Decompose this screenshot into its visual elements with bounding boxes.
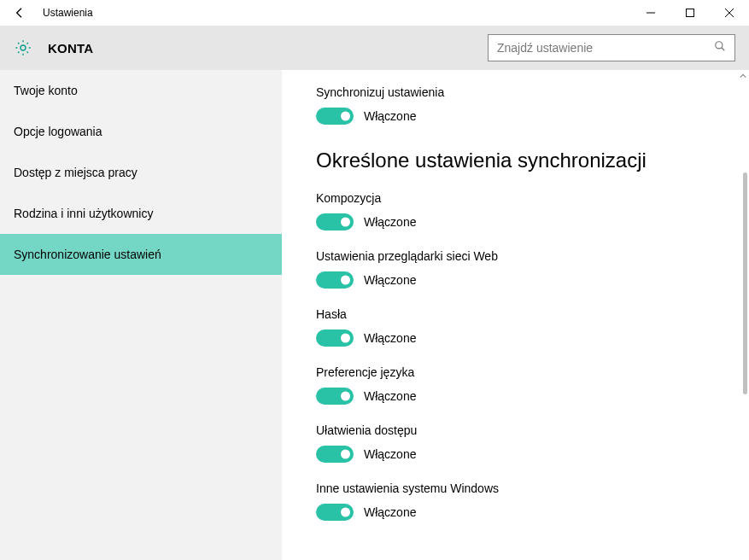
toggle-state-label: Włączone [364,331,416,345]
sidebar-item-label: Rodzina i inni użytkownicy [14,207,153,220]
setting-language: Preferencje języka Włączone [316,365,715,405]
toggle-state-label: Włączone [364,109,416,123]
sidebar-item-label: Opcje logowania [14,125,102,138]
toggle-language[interactable] [316,388,354,405]
back-button[interactable] [0,0,39,26]
gear-icon [14,38,32,57]
sidebar-item-your-account[interactable]: Twoje konto [0,70,282,111]
setting-sync-master: Synchronizuj ustawienia Włączone [316,85,715,125]
setting-label: Hasła [316,307,715,321]
scroll-up-arrow[interactable] [737,70,749,82]
toggle-state-label: Włączone [364,215,416,229]
titlebar: Ustawienia [0,0,749,26]
sidebar-item-work-access[interactable]: Dostęp z miejsca pracy [0,152,282,193]
maximize-button[interactable] [670,0,710,26]
svg-point-5 [716,42,723,49]
group-heading: Określone ustawienia synchronizacji [316,149,715,172]
sidebar-item-signin-options[interactable]: Opcje logowania [0,111,282,152]
setting-accessibility: Ułatwienia dostępu Włączone [316,423,715,463]
toggle-other-windows[interactable] [316,504,354,521]
search-box[interactable] [488,34,735,61]
setting-theme: Kompozycja Włączone [316,191,715,230]
setting-other-windows: Inne ustawienia systemu Windows Włączone [316,481,715,521]
sidebar: Twoje konto Opcje logowania Dostęp z mie… [0,70,282,560]
header: KONTA [0,26,749,70]
toggle-theme[interactable] [316,213,354,230]
svg-point-4 [20,45,26,50]
toggle-browser[interactable] [316,271,354,289]
close-button[interactable] [710,0,749,26]
setting-browser: Ustawienia przeglądarki sieci Web Włączo… [316,249,715,289]
toggle-state-label: Włączone [364,505,416,519]
setting-label: Ustawienia przeglądarki sieci Web [316,249,715,263]
setting-label: Ułatwienia dostępu [316,423,715,437]
toggle-state-label: Włączone [364,273,416,287]
sidebar-item-label: Twoje konto [14,84,78,97]
toggle-state-label: Włączone [364,389,416,403]
svg-line-6 [722,48,725,51]
setting-passwords: Hasła Włączone [316,307,715,347]
toggle-state-label: Włączone [364,447,416,461]
sidebar-item-label: Dostęp z miejsca pracy [14,166,138,179]
setting-label: Inne ustawienia systemu Windows [316,481,715,495]
toggle-accessibility[interactable] [316,446,354,463]
minimize-button[interactable] [631,0,670,26]
scrollbar[interactable] [737,70,749,560]
search-input[interactable] [497,41,709,55]
sidebar-item-sync-settings[interactable]: Synchronizowanie ustawień [0,234,282,275]
content-pane: Synchronizuj ustawienia Włączone Określo… [282,70,749,560]
window-title: Ustawienia [39,7,93,19]
sidebar-item-family[interactable]: Rodzina i inni użytkownicy [0,193,282,234]
sidebar-item-label: Synchronizowanie ustawień [14,248,161,261]
toggle-sync-master[interactable] [316,108,354,125]
body: Twoje konto Opcje logowania Dostęp z mie… [0,70,749,560]
setting-label: Synchronizuj ustawienia [316,85,715,99]
svg-rect-1 [687,9,694,17]
scrollbar-thumb[interactable] [743,172,747,394]
setting-label: Preferencje języka [316,365,715,379]
toggle-passwords[interactable] [316,330,354,347]
search-icon [714,40,726,55]
setting-label: Kompozycja [316,191,715,205]
section-title: KONTA [48,41,93,55]
